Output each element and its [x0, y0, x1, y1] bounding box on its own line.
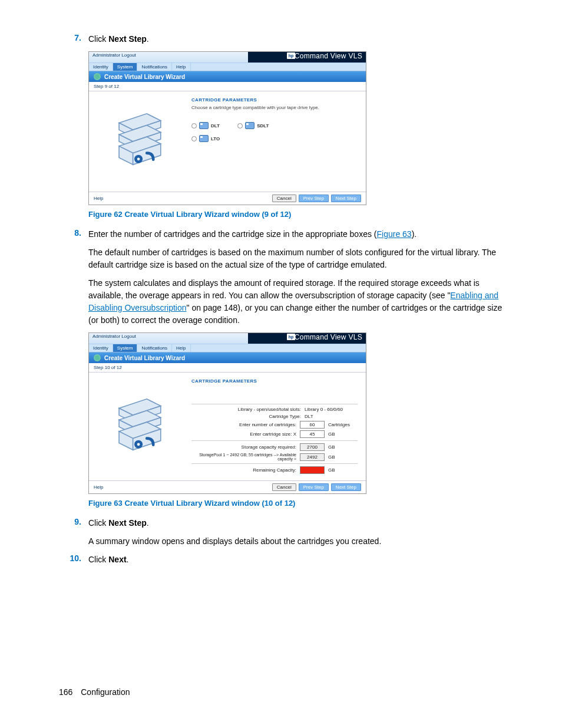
figure-62-caption: Figure 62 Create Virtual Library Wizard … — [88, 210, 503, 219]
step-8-para-2: The default number of cartridges is base… — [88, 246, 503, 271]
tab-identity[interactable]: Identity — [89, 63, 113, 71]
cartridge-icon — [199, 135, 209, 142]
section-subtitle: Choose a cartridge type compatible with … — [191, 105, 358, 110]
cancel-button[interactable]: Cancel — [272, 483, 296, 491]
page-footer: 166 Configuration — [59, 687, 503, 697]
wizard-title-bar: Create Virtual Library Wizard — [89, 71, 366, 82]
library-stack-icon — [110, 394, 166, 459]
step-text: Enter the number of cartridges and the c… — [88, 228, 503, 241]
nav-tabs: Identity System Notifications Help — [89, 62, 366, 71]
back-icon[interactable] — [94, 354, 101, 361]
unit: GB — [328, 444, 358, 450]
text: . — [147, 518, 149, 528]
back-icon[interactable] — [94, 73, 101, 80]
radio-lto[interactable]: LTO — [191, 135, 220, 142]
row-num-cartridges: Enter number of cartridges: 60 Cartridge… — [191, 421, 358, 429]
remaining-capacity-field — [300, 466, 325, 474]
step-9: 9. Click Next Step. — [59, 517, 503, 529]
illustration-panel — [89, 91, 186, 192]
step-number: 10. — [59, 554, 88, 566]
unit: GB — [328, 431, 358, 437]
tab-notifications[interactable]: Notifications — [137, 344, 172, 352]
num-cartridges-input[interactable]: 60 — [300, 421, 325, 429]
step-number: 7. — [59, 33, 88, 45]
prev-step-button[interactable]: Prev Step — [299, 483, 329, 491]
illustration-panel — [89, 373, 186, 480]
tab-system[interactable]: System — [113, 344, 138, 352]
next-step-button[interactable]: Next Step — [331, 483, 361, 491]
label: StoragePool 1 ~ 2492 GB; 55 cartridges -… — [191, 453, 296, 461]
wizard-title-bar: Create Virtual Library Wizard — [89, 353, 366, 363]
label: Storage capacity required: — [191, 444, 296, 450]
tab-help[interactable]: Help — [172, 344, 190, 352]
label: Library - open/used/total slots: — [191, 407, 301, 412]
wizard-title: Create Virtual Library Wizard — [104, 355, 185, 361]
text: . — [147, 34, 149, 44]
tab-system[interactable]: System — [113, 63, 138, 71]
label: Enter number of cartridges: — [191, 422, 296, 427]
step-8-para-3: The system calculates and displays the a… — [88, 277, 503, 327]
available-capacity-field: 2492 — [300, 453, 325, 461]
section-title: CARTRIDGE PARAMETERS — [191, 378, 358, 384]
action-bar: Help Cancel Prev Step Next Step — [89, 192, 366, 205]
cartridge-icon — [245, 122, 254, 129]
admin-logout[interactable]: Administrator Logout — [92, 52, 136, 58]
radio-sdlt[interactable]: SDLT — [237, 122, 269, 129]
brand-title: Command View VLS — [295, 333, 362, 341]
step-text: Click Next. — [88, 554, 503, 566]
section-name: Configuration — [81, 687, 130, 697]
brand-title: Command View VLS — [295, 52, 362, 60]
bold-text: Next Step — [108, 34, 147, 44]
step-indicator: Step 9 of 12 — [89, 82, 366, 91]
bold-text: Next — [108, 555, 126, 564]
next-step-button[interactable]: Next Step — [331, 195, 361, 202]
tab-help[interactable]: Help — [172, 63, 190, 71]
radio-icon — [191, 136, 197, 141]
storage-required-field: 2700 — [300, 443, 325, 451]
text: . — [127, 555, 129, 564]
help-link[interactable]: Help — [94, 196, 103, 201]
row-cartridge-size: Enter cartridge size: X 45 GB — [191, 430, 358, 438]
page-number: 166 — [59, 687, 72, 697]
row-storage-pool: StoragePool 1 ~ 2492 GB; 55 cartridges -… — [191, 453, 358, 461]
text: Enter the number of cartridges and the c… — [88, 229, 377, 239]
label: Cartridge Type: — [191, 414, 301, 419]
step-number: 8. — [59, 228, 88, 241]
step-text: Click Next Step. — [88, 517, 503, 529]
radio-icon — [237, 123, 243, 129]
figure-63-link[interactable]: Figure 63 — [377, 229, 412, 239]
admin-logout[interactable]: Administrator Logout — [92, 334, 136, 339]
prev-step-button[interactable]: Prev Step — [299, 195, 329, 202]
help-link[interactable]: Help — [94, 485, 103, 490]
text: Click — [88, 34, 108, 44]
wizard-title: Create Virtual Library Wizard — [104, 74, 185, 80]
text: ). — [412, 229, 417, 239]
figure-62-screenshot: Administrator Logout hp Command View VLS… — [88, 51, 366, 205]
radio-label: SDLT — [257, 123, 269, 129]
value: DLT — [305, 414, 358, 419]
window-header: Administrator Logout hp Command View VLS — [89, 52, 366, 62]
step-9-para-2: A summary window opens and displays deta… — [88, 535, 503, 548]
radio-dlt[interactable]: DLT — [191, 122, 220, 129]
tab-notifications[interactable]: Notifications — [137, 63, 172, 71]
tab-identity[interactable]: Identity — [89, 344, 113, 352]
radio-label: DLT — [211, 123, 220, 129]
unit: GB — [328, 467, 358, 473]
row-remaining-capacity: Remaining Capacity: GB — [191, 466, 358, 474]
cartridge-icon — [199, 122, 209, 129]
row-type: Cartridge Type: DLT — [191, 414, 358, 419]
text: Click — [88, 555, 108, 564]
figure-63-caption: Figure 63 Create Virtual Library Wizard … — [88, 499, 503, 508]
cartridge-size-input[interactable]: 45 — [300, 430, 325, 438]
library-stack-icon — [110, 109, 166, 174]
step-indicator: Step 10 of 12 — [89, 363, 366, 373]
cancel-button[interactable]: Cancel — [272, 195, 296, 202]
svg-point-21 — [137, 443, 140, 446]
action-bar: Help Cancel Prev Step Next Step — [89, 480, 366, 493]
window-header: Administrator Logout hp Command View VLS — [89, 333, 366, 344]
section-title: CARTRIDGE PARAMETERS — [191, 97, 358, 103]
figure-63-screenshot: Administrator Logout hp Command View VLS… — [88, 332, 366, 494]
label: Remaining Capacity: — [191, 467, 296, 473]
step-number: 9. — [59, 517, 88, 529]
value: Library 0 - 60/0/60 — [305, 407, 358, 412]
